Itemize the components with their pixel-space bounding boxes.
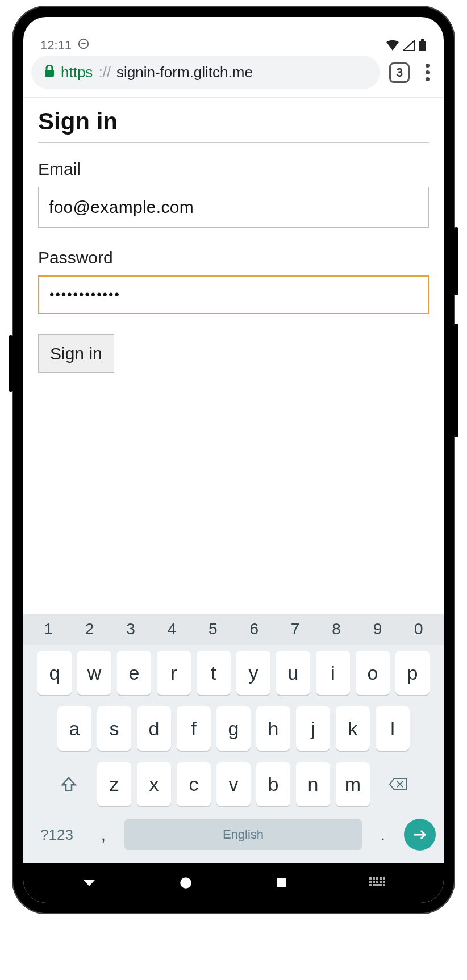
key-t[interactable]: t bbox=[197, 651, 231, 695]
browser-toolbar: https://signin-form.glitch.me 3 bbox=[23, 49, 444, 98]
key-p[interactable]: p bbox=[395, 651, 430, 695]
svg-rect-13 bbox=[376, 881, 378, 883]
url-scheme: https bbox=[61, 64, 93, 81]
comma-key[interactable]: , bbox=[89, 816, 118, 853]
android-nav-bar bbox=[23, 863, 444, 903]
key-w[interactable]: w bbox=[77, 651, 111, 695]
key-g[interactable]: g bbox=[216, 706, 251, 751]
soft-keyboard: 1234567890 qwertyuiop asdfghjkl zxcvbnm … bbox=[23, 614, 444, 863]
key-j[interactable]: j bbox=[296, 706, 330, 751]
period-key[interactable]: . bbox=[369, 816, 397, 853]
svg-rect-15 bbox=[383, 881, 385, 883]
key-o[interactable]: o bbox=[356, 651, 390, 695]
enter-key[interactable] bbox=[404, 819, 436, 851]
spacebar-key[interactable]: English bbox=[124, 819, 362, 850]
key-z[interactable]: z bbox=[97, 762, 131, 806]
phone-frame: 12:11 bbox=[12, 6, 455, 914]
key-h[interactable]: h bbox=[256, 706, 290, 751]
status-bar: 12:11 bbox=[23, 17, 444, 49]
svg-rect-3 bbox=[45, 70, 54, 77]
side-button bbox=[454, 324, 458, 437]
svg-rect-12 bbox=[373, 881, 375, 883]
num-hint-8: 8 bbox=[316, 620, 357, 638]
password-label: Password bbox=[38, 248, 429, 267]
svg-rect-9 bbox=[380, 877, 382, 880]
num-hint-3: 3 bbox=[110, 620, 151, 638]
nav-keyboard-icon[interactable] bbox=[369, 877, 386, 889]
svg-rect-11 bbox=[369, 881, 372, 883]
svg-rect-2 bbox=[421, 39, 424, 41]
heading-rule bbox=[38, 142, 429, 143]
num-hint-5: 5 bbox=[193, 620, 234, 638]
web-page: Sign in Email Password Sign in bbox=[23, 98, 444, 614]
key-k[interactable]: k bbox=[336, 706, 370, 751]
key-b[interactable]: b bbox=[256, 762, 290, 806]
num-hint-9: 9 bbox=[357, 620, 398, 638]
key-d[interactable]: d bbox=[137, 706, 171, 751]
key-n[interactable]: n bbox=[296, 762, 330, 806]
email-field[interactable] bbox=[38, 187, 429, 228]
side-button bbox=[9, 335, 13, 392]
svg-rect-7 bbox=[373, 877, 375, 880]
phone-screen: 12:11 bbox=[23, 17, 444, 903]
num-hint-7: 7 bbox=[274, 620, 315, 638]
svg-rect-6 bbox=[369, 877, 372, 880]
key-y[interactable]: y bbox=[236, 651, 270, 695]
email-label: Email bbox=[38, 160, 429, 179]
nav-home-button[interactable] bbox=[178, 876, 193, 890]
key-u[interactable]: u bbox=[276, 651, 310, 695]
svg-point-4 bbox=[180, 877, 191, 889]
num-hint-4: 4 bbox=[151, 620, 192, 638]
svg-rect-10 bbox=[383, 877, 385, 880]
url-host: signin-form.glitch.me bbox=[116, 64, 253, 81]
svg-rect-17 bbox=[373, 884, 382, 886]
svg-rect-16 bbox=[369, 884, 372, 886]
shift-key[interactable] bbox=[46, 762, 91, 806]
backspace-key[interactable] bbox=[376, 762, 421, 806]
num-hint-0: 0 bbox=[398, 620, 439, 638]
num-hint-2: 2 bbox=[69, 620, 110, 638]
lock-icon bbox=[44, 65, 55, 81]
key-m[interactable]: m bbox=[336, 762, 370, 806]
svg-rect-14 bbox=[380, 881, 382, 883]
num-hint-1: 1 bbox=[28, 620, 69, 638]
svg-rect-18 bbox=[383, 884, 385, 886]
key-v[interactable]: v bbox=[216, 762, 251, 806]
svg-rect-5 bbox=[277, 878, 286, 887]
tab-switcher-button[interactable]: 3 bbox=[389, 62, 410, 83]
key-x[interactable]: x bbox=[137, 762, 171, 806]
tab-count-value: 3 bbox=[396, 65, 403, 80]
nav-recents-button[interactable] bbox=[274, 876, 288, 890]
url-separator: :// bbox=[98, 64, 111, 81]
num-hint-6: 6 bbox=[234, 620, 274, 638]
nav-back-button[interactable] bbox=[81, 875, 97, 891]
key-q[interactable]: q bbox=[37, 651, 72, 695]
key-i[interactable]: i bbox=[316, 651, 350, 695]
key-l[interactable]: l bbox=[376, 706, 410, 751]
key-r[interactable]: r bbox=[157, 651, 191, 695]
key-a[interactable]: a bbox=[57, 706, 91, 751]
password-field[interactable] bbox=[38, 275, 429, 314]
side-button bbox=[454, 227, 458, 295]
svg-rect-8 bbox=[376, 877, 378, 880]
key-e[interactable]: e bbox=[117, 651, 151, 695]
page-title: Sign in bbox=[38, 108, 429, 135]
url-bar[interactable]: https://signin-form.glitch.me bbox=[31, 56, 380, 89]
key-f[interactable]: f bbox=[177, 706, 211, 751]
key-s[interactable]: s bbox=[97, 706, 131, 751]
symbols-key[interactable]: ?123 bbox=[31, 816, 82, 853]
sign-in-button[interactable]: Sign in bbox=[38, 334, 114, 373]
browser-menu-button[interactable] bbox=[419, 64, 436, 81]
key-c[interactable]: c bbox=[177, 762, 211, 806]
